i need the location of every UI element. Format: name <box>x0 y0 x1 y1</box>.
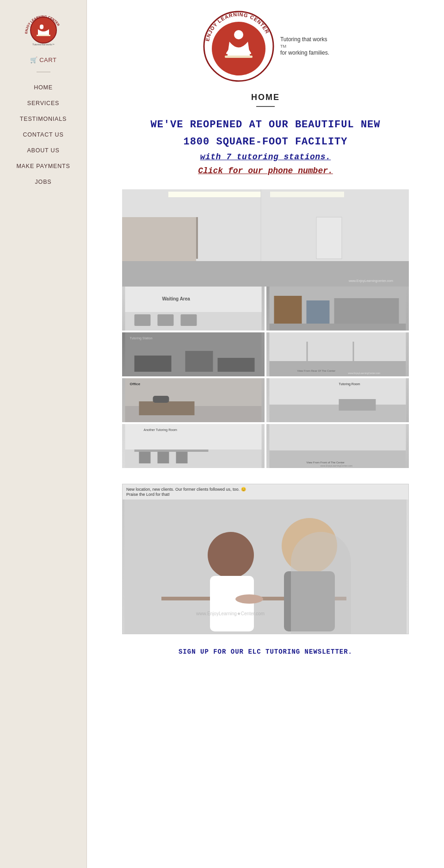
svg-rect-47 <box>153 396 169 403</box>
svg-point-1 <box>31 17 56 43</box>
svg-rect-46 <box>139 401 195 415</box>
main-logo-svg: ENJOY LEARNING CENTER <box>202 9 276 83</box>
cart-link[interactable]: 🛒 CART <box>30 56 57 63</box>
photo-grid: www.EnjoyLearningcenter.com Waiting Area… <box>122 189 409 470</box>
svg-rect-34 <box>185 351 213 372</box>
rear-svg: View From Rear Of The Center www.EnjoyLe… <box>266 332 409 376</box>
waiting-svg: Waiting Area <box>122 287 265 331</box>
tagline-line1: Tutoring that works <box>280 36 329 44</box>
sidebar: ENJOY LEARNING CENTER Tutoring that work… <box>0 0 87 868</box>
newsletter-text: SIGN UP FOR OUR ELC TUTORING NEWSLETTER. <box>179 648 352 656</box>
svg-rect-35 <box>218 358 255 372</box>
svg-rect-14 <box>122 217 196 261</box>
svg-rect-23 <box>158 314 174 326</box>
svg-rect-40 <box>307 342 308 361</box>
svg-rect-55 <box>135 450 209 452</box>
svg-rect-50 <box>270 404 406 422</box>
photo-row-2: Waiting Area Waiting Area Teacher Copy &… <box>122 287 409 331</box>
svg-rect-16 <box>168 192 261 197</box>
svg-rect-51 <box>270 378 406 405</box>
svg-rect-3 <box>37 35 50 36</box>
svg-rect-19 <box>316 217 342 259</box>
svg-rect-33 <box>135 356 172 372</box>
sidebar-item-testimonials[interactable]: TESTIMONIALS <box>0 111 86 127</box>
svg-rect-25 <box>125 287 262 312</box>
main-content: ENJOY LEARNING CENTER Tutoring that work… <box>87 0 444 868</box>
svg-rect-71 <box>284 571 335 631</box>
svg-rect-57 <box>158 452 169 463</box>
cart-icon: 🛒 <box>30 56 38 63</box>
sidebar-nav: HOME SERVICES TESTIMONIALS CONTACT US AB… <box>0 80 86 190</box>
svg-rect-28 <box>274 296 302 328</box>
sidebar-item-payments[interactable]: MAKE PAYMENTS <box>0 158 86 174</box>
svg-rect-2 <box>40 25 43 29</box>
waiting-area-photo: Waiting Area Waiting Area <box>122 287 265 331</box>
svg-rect-17 <box>270 192 344 197</box>
corridor-svg: www.EnjoyLearningcenter.com <box>122 189 409 287</box>
svg-point-70 <box>282 518 337 574</box>
svg-point-68 <box>208 532 254 578</box>
another-tutoring-photo: Another Tutoring Room <box>122 424 265 468</box>
photo-row-3: Tutoring Station View From Rear Of The C… <box>122 332 409 376</box>
tagline-tm: TM <box>280 44 329 50</box>
svg-rect-56 <box>139 452 151 463</box>
sidebar-item-jobs[interactable]: JOBS <box>0 174 86 190</box>
svg-text:View From Front of The Center: View From Front of The Center <box>307 461 345 464</box>
front-view-photo: View From Front of The Center www.EnjoyL… <box>266 424 409 468</box>
office-svg: Office <box>122 378 265 422</box>
student-caption: New location, new clients. Our former cl… <box>123 484 408 500</box>
cart-label: CART <box>39 56 56 63</box>
tutoring-station-photo: Tutoring Station <box>122 332 265 376</box>
sidebar-logo-svg: ENJOY LEARNING CENTER Tutoring that work… <box>23 11 64 45</box>
hero-line3-pre: with <box>200 152 227 162</box>
student-caption-text2: Praise the Lord for that! <box>126 492 170 497</box>
teacher-supply-photo: Teacher Copy & Supply Station <box>266 287 409 331</box>
svg-text:www.EnjoyLearningCenter.com: www.EnjoyLearningCenter.com <box>321 464 352 467</box>
svg-rect-58 <box>176 452 188 463</box>
svg-text:Waiting Area: Waiting Area <box>162 296 191 301</box>
svg-rect-12 <box>122 259 409 287</box>
tutor-room-svg: Tutoring Room <box>266 378 409 422</box>
svg-rect-39 <box>270 332 406 361</box>
hero-line3-stations: 7 tutoring <box>226 152 278 162</box>
svg-text:Tutoring that works™: Tutoring that works™ <box>32 43 54 45</box>
sidebar-item-home[interactable]: HOME <box>0 80 86 95</box>
sidebar-item-about[interactable]: ABOUT US <box>0 143 86 158</box>
rear-view-photo: View From Rear Of The Center www.EnjoyLe… <box>266 332 409 376</box>
svg-rect-15 <box>196 217 198 259</box>
sidebar-item-services[interactable]: SERVICES <box>0 95 86 111</box>
svg-text:Tutoring Room: Tutoring Room <box>339 382 360 386</box>
tutoring-room-photo: Tutoring Room <box>266 378 409 422</box>
sidebar-item-contact[interactable]: CONTACT US <box>0 127 86 143</box>
svg-rect-9 <box>225 56 253 58</box>
supply-svg <box>266 287 409 331</box>
title-underline <box>256 106 275 107</box>
student-photo-section: New location, new clients. Our former cl… <box>122 484 409 634</box>
student-svg: www.EnjoyLearning★Center.com <box>123 500 408 634</box>
svg-rect-69 <box>210 576 254 631</box>
another-svg: Another Tutoring Room <box>122 424 265 468</box>
svg-point-8 <box>234 30 243 39</box>
svg-text:View From Rear Of The Center: View From Rear Of The Center <box>297 369 336 372</box>
svg-text:Another Tutoring Room: Another Tutoring Room <box>144 428 178 432</box>
hero-line1: WE'VE REOPENED AT OUR BEAUTIFUL NEW <box>150 118 380 132</box>
svg-rect-66 <box>124 500 407 634</box>
student-caption-text: New location, new clients. Our former cl… <box>126 487 246 492</box>
svg-rect-24 <box>181 314 197 326</box>
nav-divider <box>37 72 50 72</box>
svg-text:www.EnjoyLearningcenter.com: www.EnjoyLearningcenter.com <box>348 279 393 283</box>
tutor-station-svg: Tutoring Station <box>122 332 265 376</box>
phone-link[interactable]: Click for our phone number. <box>150 166 380 175</box>
svg-rect-52 <box>339 399 376 411</box>
sidebar-logo: ENJOY LEARNING CENTER Tutoring that work… <box>20 9 67 46</box>
hero-section: WE'VE REOPENED AT OUR BEAUTIFUL NEW 1800… <box>150 118 380 175</box>
hero-line2: 1800 SQUARE-FOOT FACILITY <box>150 135 380 150</box>
photo-row-4: Office Tutoring Room <box>122 378 409 422</box>
svg-rect-22 <box>135 314 151 326</box>
front-svg: View From Front of The Center www.EnjoyL… <box>266 424 409 468</box>
svg-rect-38 <box>270 360 406 376</box>
svg-point-72 <box>235 594 263 604</box>
svg-text:www.EnjoyLearningCenter.com: www.EnjoyLearningCenter.com <box>348 372 380 375</box>
page-title: HOME <box>251 93 280 102</box>
photo-row-5: Another Tutoring Room View From Front of… <box>122 424 409 468</box>
